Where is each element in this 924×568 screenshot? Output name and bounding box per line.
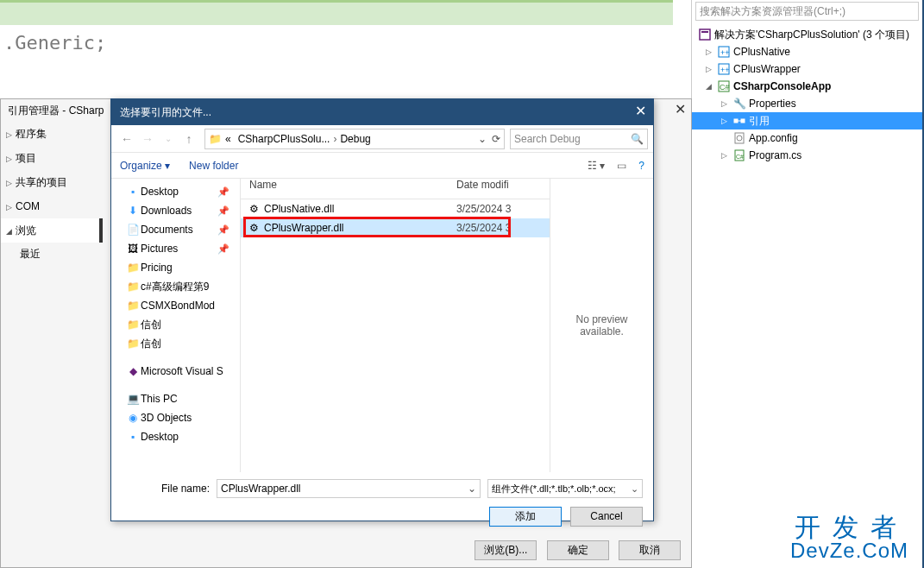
back-icon[interactable]: ← bbox=[116, 132, 137, 146]
place-desktop[interactable]: ▪Desktop📌 bbox=[111, 182, 240, 201]
filename-label: File name: bbox=[122, 483, 217, 495]
solution-icon bbox=[697, 28, 713, 41]
chevron-down-icon[interactable]: ⌄ bbox=[158, 134, 179, 143]
breadcrumb[interactable]: Debug bbox=[336, 133, 374, 145]
nav-browse[interactable]: 浏览 bbox=[1, 218, 103, 243]
preview-pane: No preview available. bbox=[550, 179, 653, 472]
help-icon[interactable]: ? bbox=[638, 160, 644, 172]
picture-icon: 🖼 bbox=[125, 243, 141, 255]
solution-search-input[interactable]: 搜索解决方案资源管理器(Ctrl+;) bbox=[695, 2, 919, 21]
svg-rect-9 bbox=[741, 119, 745, 123]
preview-toggle-icon[interactable]: ▭ bbox=[617, 160, 626, 172]
place-pricing[interactable]: 📁Pricing bbox=[111, 258, 240, 277]
view-icon[interactable]: ☷ ▾ bbox=[588, 160, 605, 172]
code-line: .Generic; bbox=[0, 25, 673, 60]
column-headers[interactable]: Name Date modifi bbox=[241, 179, 550, 199]
filedlg-bottom: File name: CPlusWrapper.dll 组件文件(*.dll;*… bbox=[111, 472, 653, 533]
cpp-project-icon: ++ bbox=[716, 45, 732, 59]
nav-shared[interactable]: 共享的项目 bbox=[1, 170, 103, 194]
watermark: 开发者 DevZe.CoM bbox=[790, 514, 908, 561]
file-row[interactable]: ⚙CPlusWrapper.dll 3/25/2024 3 bbox=[241, 218, 550, 237]
svg-text:++: ++ bbox=[720, 66, 730, 74]
filedlg-titlebar: 选择要引用的文件... ✕ bbox=[111, 99, 653, 125]
place-3d[interactable]: ◉3D Objects bbox=[111, 408, 240, 427]
organize-menu[interactable]: Organize ▾ bbox=[120, 160, 170, 172]
solution-tree: 解决方案'CSharpCPlusSolution' (3 个项目) ▷ ++ C… bbox=[692, 22, 922, 167]
file-programcs[interactable]: ▷ C# Program.cs bbox=[692, 147, 922, 164]
place-book[interactable]: 📁c#高级编程第9 bbox=[111, 277, 240, 296]
code-highlight bbox=[0, 3, 673, 25]
project-cplusWrapper[interactable]: ▷ ++ CPlusWrapper bbox=[692, 60, 922, 78]
browse-button[interactable]: 浏览(B)... bbox=[475, 540, 537, 560]
config-icon bbox=[732, 131, 747, 145]
place-xc2[interactable]: 📁信创 bbox=[111, 334, 240, 353]
dll-icon: ⚙ bbox=[249, 203, 259, 215]
folder-icon: 📁 bbox=[125, 262, 141, 274]
col-date[interactable]: Date modifi bbox=[456, 179, 550, 199]
search-input[interactable]: Search Debug 🔍 bbox=[510, 129, 648, 149]
project-cplusNative[interactable]: ▷ ++ CPlusNative bbox=[692, 43, 922, 60]
place-vs[interactable]: ◆Microsoft Visual S bbox=[111, 362, 240, 381]
filedlg-toolbar: Organize ▾ New folder ☷ ▾ ▭ ? bbox=[111, 153, 653, 179]
cancel-button[interactable]: 取消 bbox=[619, 540, 681, 560]
csharp-project-icon: C# bbox=[716, 79, 732, 93]
ok-button[interactable]: 确定 bbox=[547, 540, 609, 560]
close-icon[interactable]: ✕ bbox=[635, 103, 646, 119]
address-bar[interactable]: 📁 « CSharpCPlusSolu... › Debug ⌄⟳ bbox=[204, 129, 505, 149]
cancel-button[interactable]: Cancel bbox=[570, 507, 643, 527]
forward-icon[interactable]: → bbox=[137, 132, 158, 146]
chevron-down-icon[interactable]: ⌄ bbox=[478, 133, 487, 145]
filter-dropdown[interactable]: 组件文件(*.dll;*.tlb;*.olb;*.ocx; bbox=[487, 479, 643, 498]
search-placeholder: 搜索解决方案资源管理器(Ctrl+;) bbox=[700, 4, 845, 19]
download-icon: ⬇ bbox=[125, 205, 141, 217]
place-xc1[interactable]: 📁信创 bbox=[111, 315, 240, 334]
solution-root[interactable]: 解决方案'CSharpCPlusSolution' (3 个项目) bbox=[692, 26, 922, 43]
file-open-dialog: 选择要引用的文件... ✕ ← → ⌄ ↑ 📁 « CSharpCPlusSol… bbox=[110, 98, 654, 521]
file-appconfig[interactable]: App.config bbox=[692, 129, 922, 147]
project-references[interactable]: ▷ 引用 bbox=[692, 112, 922, 129]
nav-projects[interactable]: 项目 bbox=[1, 146, 103, 170]
place-documents[interactable]: 📄Documents📌 bbox=[111, 220, 240, 239]
folder-icon: 📁 bbox=[125, 319, 141, 331]
nav-recent[interactable]: 最近 bbox=[1, 243, 103, 265]
file-row[interactable]: ⚙CPlusNative.dll 3/25/2024 3 bbox=[241, 199, 550, 218]
refmgr-nav: 程序集 项目 共享的项目 COM 浏览 最近 bbox=[1, 122, 103, 265]
references-icon bbox=[732, 114, 747, 128]
refresh-icon[interactable]: ⟳ bbox=[492, 133, 500, 145]
file-list: Name Date modifi ⚙CPlusNative.dll 3/25/2… bbox=[241, 179, 550, 472]
svg-rect-1 bbox=[701, 31, 708, 33]
pc-icon: 💻 bbox=[125, 393, 141, 405]
folder-icon: 📁 bbox=[125, 338, 141, 350]
col-name[interactable]: Name bbox=[241, 179, 456, 199]
search-icon: 🔍 bbox=[631, 133, 644, 145]
nav-com[interactable]: COM bbox=[1, 194, 103, 218]
pin-icon: 📌 bbox=[217, 243, 229, 255]
pin-icon: 📌 bbox=[217, 224, 229, 236]
cpp-project-icon: ++ bbox=[716, 62, 732, 76]
refmgr-buttons: 浏览(B)... 确定 取消 bbox=[468, 540, 681, 560]
filedlg-title: 选择要引用的文件... bbox=[120, 105, 211, 120]
breadcrumb[interactable]: CSharpCPlusSolu... bbox=[235, 133, 334, 145]
desktop-icon: ▪ bbox=[125, 431, 141, 443]
new-folder-button[interactable]: New folder bbox=[189, 160, 238, 172]
close-icon[interactable]: ✕ bbox=[675, 101, 686, 117]
code-editor: .Generic; bbox=[0, 0, 673, 99]
collapse-icon: ◢ bbox=[706, 82, 716, 91]
svg-text:++: ++ bbox=[720, 48, 730, 57]
dll-icon: ⚙ bbox=[249, 222, 259, 234]
place-desktop2[interactable]: ▪Desktop bbox=[111, 427, 240, 446]
filename-input[interactable]: CPlusWrapper.dll bbox=[217, 479, 481, 498]
project-csharp[interactable]: ◢ C# CSharpConsoleApp bbox=[692, 78, 922, 95]
project-properties[interactable]: ▷ 🔧 Properties bbox=[692, 95, 922, 112]
pin-icon: 📌 bbox=[217, 205, 229, 217]
place-downloads[interactable]: ⬇Downloads📌 bbox=[111, 201, 240, 220]
folder-icon: 📁 bbox=[125, 281, 141, 293]
add-button[interactable]: 添加 bbox=[489, 507, 562, 527]
nav-assemblies[interactable]: 程序集 bbox=[1, 122, 103, 146]
place-csmx[interactable]: 📁CSMXBondMod bbox=[111, 296, 240, 315]
solution-explorer: 搜索解决方案资源管理器(Ctrl+;) 解决方案'CSharpCPlusSolu… bbox=[691, 0, 924, 568]
place-thispc[interactable]: 💻This PC bbox=[111, 389, 240, 408]
up-icon[interactable]: ↑ bbox=[179, 132, 199, 146]
svg-rect-0 bbox=[700, 29, 710, 40]
place-pictures[interactable]: 🖼Pictures📌 bbox=[111, 239, 240, 258]
